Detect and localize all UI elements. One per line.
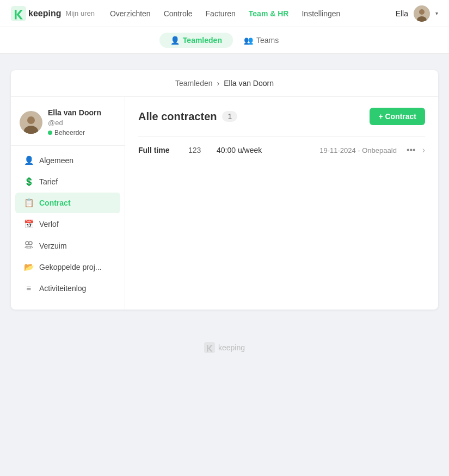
navbar-right: Ella ▾ — [396, 5, 438, 22]
sidebar-item-verlof[interactable]: 📅 Verlof — [15, 214, 120, 234]
svg-point-5 — [27, 116, 35, 124]
nav-team-hr[interactable]: Team & HR — [249, 9, 289, 18]
main-content: Teamleden › Ella van Doorn — [0, 54, 449, 326]
nav-facturen[interactable]: Facturen — [206, 9, 236, 18]
user-profile: Ella van Doorn @ed Beheerder — [11, 108, 125, 146]
profile-badge: Beheerder — [48, 129, 116, 137]
nav-overzichten[interactable]: Overzichten — [110, 9, 151, 18]
sidebar-item-activiteitenlog-label: Activiteitenlog — [39, 284, 86, 293]
subnav: 👤 Teamleden 👥 Teams — [0, 27, 449, 54]
profile-info: Ella van Doorn @ed Beheerder — [48, 108, 116, 137]
panel-header: Alle contracten 1 + Contract — [138, 108, 425, 125]
nav-instellingen[interactable]: Instellingen — [302, 9, 340, 18]
sidebar-item-verzuim-label: Verzuim — [39, 242, 67, 250]
contract-row[interactable]: Full time 123 40:00 u/week 19-11-2024 - … — [138, 136, 425, 164]
sidebar-item-gekoppelde-label: Gekoppelde proj... — [39, 263, 101, 271]
footer-label: keeping — [218, 343, 245, 352]
subnav-teams-label: Teams — [256, 36, 279, 45]
sidebar-item-tarief[interactable]: 💲 Tarief — [15, 171, 120, 192]
contract-id: 123 — [188, 146, 210, 154]
svg-point-8 — [29, 242, 32, 245]
main-panel: Alle contracten 1 + Contract Full time 1… — [125, 97, 438, 310]
profile-role: Beheerder — [54, 129, 85, 137]
footer: keeping — [0, 326, 449, 364]
status-dot — [48, 131, 52, 135]
panel-title-row: Alle contracten 1 — [138, 110, 237, 123]
add-contract-button[interactable]: + Contract — [370, 108, 425, 125]
subnav-teamleden[interactable]: 👤 Teamleden — [159, 33, 233, 48]
sidebar-item-verlof-label: Verlof — [39, 220, 59, 228]
contract-hours: 40:00 u/week — [217, 146, 303, 154]
panel-title: Alle contracten — [138, 110, 217, 123]
sidebar-item-contract[interactable]: 📋 Contract — [15, 193, 120, 213]
tarief-icon: 💲 — [24, 177, 34, 187]
logo-keeping-text: keeping — [28, 9, 61, 18]
teams-icon: 👥 — [244, 36, 253, 45]
contracts-count: 1 — [222, 111, 237, 122]
logo[interactable]: keepingMijn uren — [11, 6, 95, 21]
main-card: Teamleden › Ella van Doorn — [11, 70, 438, 310]
sidebar-item-algemeen-label: Algemeen — [39, 156, 73, 165]
sidebar-item-verzuim[interactable]: Verzuim — [15, 235, 120, 256]
contract-period: 19-11-2024 - Onbepaald — [310, 146, 396, 154]
verlof-icon: 📅 — [24, 219, 34, 229]
logo-subtitle: Mijn uren — [65, 9, 94, 17]
profile-name: Ella van Doorn @ed — [48, 108, 116, 128]
contract-icon: 📋 — [24, 198, 34, 208]
navbar: keepingMijn uren Overzichten Controle Fa… — [0, 0, 449, 27]
sidebar-item-tarief-label: Tarief — [39, 177, 58, 186]
svg-point-7 — [26, 242, 29, 245]
contract-options-button[interactable]: ••• — [403, 144, 419, 156]
profile-avatar — [20, 111, 42, 134]
teamleden-icon: 👤 — [170, 36, 180, 45]
subnav-teams[interactable]: 👥 Teams — [233, 33, 290, 48]
activiteitenlog-icon: ≡ — [24, 283, 34, 293]
nav-controle[interactable]: Controle — [164, 9, 193, 18]
sidebar-item-activiteitenlog[interactable]: ≡ Activiteitenlog — [15, 278, 120, 298]
svg-point-2 — [419, 9, 425, 15]
sidebar-item-algemeen[interactable]: 👤 Algemeen — [15, 150, 120, 171]
nav-links: Overzichten Controle Facturen Team & HR … — [110, 9, 380, 18]
gekoppelde-icon: 📂 — [24, 262, 34, 272]
breadcrumb-current: Ella van Doorn — [224, 79, 274, 88]
user-menu-chevron[interactable]: ▾ — [435, 10, 438, 16]
breadcrumb-arrow: › — [217, 79, 220, 88]
sidebar-item-gekoppelde[interactable]: 📂 Gekoppelde proj... — [15, 257, 120, 277]
subnav-teamleden-label: Teamleden — [183, 36, 222, 45]
verzuim-icon — [24, 240, 34, 251]
contract-actions: ••• › — [403, 144, 425, 156]
breadcrumb-link[interactable]: Teamleden — [175, 79, 213, 88]
sidebar-nav: 👤 Algemeen 💲 Tarief 📋 Contract 📅 Verlof — [11, 150, 125, 298]
algemeen-icon: 👤 — [24, 156, 34, 165]
user-name-label: Ella — [396, 9, 408, 18]
sidebar-item-contract-label: Contract — [39, 199, 71, 207]
user-avatar[interactable] — [414, 5, 430, 22]
content-area: Ella van Doorn @ed Beheerder 👤 Algemeen — [11, 97, 438, 310]
contract-type: Full time — [138, 146, 182, 154]
breadcrumb: Teamleden › Ella van Doorn — [11, 70, 438, 97]
contract-chevron-right[interactable]: › — [422, 145, 425, 155]
profile-handle: @ed — [48, 119, 63, 127]
sidebar: Ella van Doorn @ed Beheerder 👤 Algemeen — [11, 97, 125, 310]
